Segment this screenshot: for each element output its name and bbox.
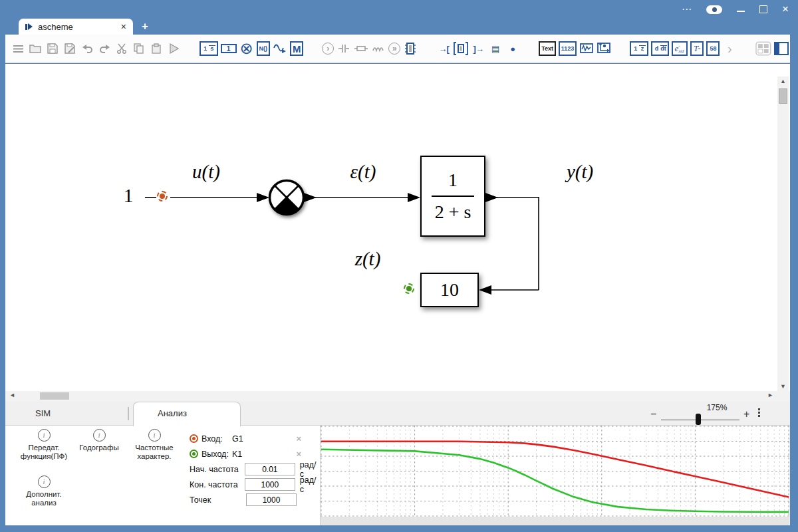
scheme-canvas[interactable]: 1 u(t) ε(t) y(t) z(t) 1 2 + s 10 — [5, 64, 790, 391]
digital-display-icon[interactable]: 1123 — [559, 41, 577, 56]
discrete-integrator-icon[interactable]: 1z — [630, 41, 648, 56]
xy-plotter-icon[interactable] — [597, 40, 611, 57]
scroll-up-icon[interactable]: ▲ — [780, 78, 786, 84]
sample-icon[interactable]: 58 — [706, 41, 720, 56]
input-port-icon[interactable]: →[ — [436, 40, 451, 57]
field-input-2[interactable] — [246, 493, 297, 506]
field-input-1[interactable] — [245, 478, 295, 491]
tab-label: ascheme — [38, 22, 73, 32]
elem-inductor-icon[interactable] — [371, 40, 386, 57]
panel-menu-icon[interactable] — [758, 408, 760, 417]
elem-machine-icon[interactable]: » — [388, 43, 400, 55]
signal-label-eps: ε(t) — [333, 161, 393, 183]
zoom-slider-thumb[interactable] — [696, 414, 701, 425]
main-menu-icon[interactable] — [11, 40, 25, 57]
tab-sim[interactable]: SIM — [5, 402, 126, 426]
gain-block[interactable]: 10 — [420, 273, 479, 307]
input-probe-row: Вход: G1 × — [190, 431, 320, 446]
tile-windows-icon[interactable] — [755, 40, 771, 57]
diagram-wires — [5, 64, 790, 391]
scope-icon[interactable] — [579, 40, 594, 57]
output-probe-value: K1 — [232, 450, 242, 459]
titlebar-more-icon[interactable]: ⋯ — [682, 0, 692, 19]
transfer-function-block[interactable]: 1 2 + s — [420, 156, 485, 237]
block-nonlinear-icon[interactable]: N() — [257, 41, 270, 56]
scroll-down-icon[interactable]: ▼ — [780, 383, 786, 390]
hscroll-thumb[interactable] — [40, 392, 69, 400]
redo-icon[interactable] — [97, 40, 112, 57]
info-icon: i — [93, 429, 106, 442]
submodel-icon[interactable] — [454, 40, 468, 57]
horizontal-scrollbar[interactable]: ◄ ► — [5, 391, 790, 402]
zoom-out-button[interactable]: − — [650, 408, 656, 420]
analysis-commands-pane: iПередат. функция(ПФ)iГодографыiЧастотны… — [5, 426, 320, 525]
elem-resistor-icon[interactable] — [354, 40, 368, 57]
toolbar-overflow-icon[interactable]: › — [722, 40, 737, 57]
field-unit: рад/с — [300, 475, 320, 494]
tab-separator — [128, 407, 129, 420]
output-probe-dot-icon — [190, 450, 198, 458]
block-chip-icon[interactable] — [403, 40, 418, 57]
analysis-button-label: Дополнит. анализ — [12, 490, 76, 507]
undo-icon[interactable] — [80, 40, 94, 57]
summator-block[interactable] — [270, 181, 304, 215]
run-icon[interactable] — [166, 40, 181, 57]
tab-analysis[interactable]: Анализ — [133, 402, 241, 426]
copy-icon[interactable] — [132, 40, 146, 57]
analysis-button-label: Частотные характер. — [125, 444, 184, 461]
tab-ascheme[interactable]: ascheme × — [19, 19, 133, 35]
tab-bar: ascheme × + — [0, 19, 798, 35]
delay-icon[interactable]: e-std — [672, 41, 688, 56]
scroll-right-icon[interactable]: ► — [767, 392, 773, 398]
text-label-icon[interactable]: Text — [539, 41, 556, 56]
block-integrator-icon[interactable]: 1s — [200, 41, 218, 56]
node-dot-icon[interactable]: ● — [505, 40, 520, 57]
info-icon: i — [38, 475, 51, 488]
zoom-control: − 175% + — [650, 403, 783, 426]
paste-icon[interactable] — [149, 40, 164, 57]
analysis-button-0[interactable]: iПередат. функция(ПФ) — [12, 428, 76, 461]
maximize-button[interactable] — [759, 5, 767, 13]
toggle-panel-icon[interactable] — [774, 40, 789, 57]
analysis-form: Вход: G1 × Выход: K1 × Нач. частотарад/с… — [190, 431, 320, 507]
frequency-plot — [320, 426, 789, 525]
analysis-button-1[interactable]: iГодографы — [73, 428, 125, 452]
block-macro-icon[interactable]: M — [290, 41, 303, 56]
remove-output-probe-icon[interactable]: × — [296, 449, 301, 459]
derivative-icon[interactable]: ddt — [651, 41, 670, 56]
signal-label-y: y(t) — [550, 161, 610, 183]
save-as-icon[interactable] — [63, 40, 77, 57]
info-icon: i — [148, 429, 161, 442]
vscroll-thumb[interactable] — [779, 88, 787, 104]
block-signal-icon[interactable] — [273, 40, 287, 57]
close-button[interactable]: × — [782, 1, 789, 18]
elem-source-icon[interactable]: › — [322, 43, 334, 55]
open-icon[interactable] — [28, 40, 43, 57]
vertical-scrollbar[interactable]: ▲ ▼ — [777, 76, 789, 391]
bottom-panel: SIM Анализ − 175% + iПередат. функция(ПФ… — [5, 402, 790, 525]
cut-icon[interactable] — [114, 40, 129, 57]
props-panel-icon[interactable]: ▤ — [488, 40, 503, 57]
signal-label-z: z(t) — [338, 248, 398, 270]
analysis-button-3[interactable]: iДополнит. анализ — [12, 475, 76, 507]
tab-close-icon[interactable]: × — [121, 21, 126, 32]
scroll-left-icon[interactable]: ◄ — [9, 392, 15, 398]
tf-denominator: 2 + s — [435, 201, 471, 223]
remove-input-probe-icon[interactable]: × — [296, 434, 301, 444]
titlebar-toggle-icon[interactable] — [706, 5, 722, 14]
block-gain-icon[interactable]: 1 — [221, 44, 237, 53]
block-summator-icon[interactable]: ⊗ — [239, 40, 254, 57]
output-port-icon[interactable]: ]→ — [471, 40, 485, 57]
field-input-0[interactable] — [245, 463, 295, 475]
input-probe-icon[interactable] — [157, 191, 168, 201]
output-probe-icon[interactable] — [404, 283, 414, 294]
new-tab-button[interactable]: + — [142, 19, 148, 35]
save-icon[interactable] — [45, 40, 60, 57]
elem-capacitor-icon[interactable] — [336, 40, 351, 57]
transform-icon[interactable]: T- — [690, 41, 704, 56]
minimize-button[interactable] — [737, 11, 745, 12]
constant-source[interactable]: 1 — [112, 184, 145, 207]
analysis-button-2[interactable]: iЧастотные характер. — [125, 428, 184, 461]
zoom-in-button[interactable]: + — [743, 408, 749, 420]
zoom-value: 175% — [687, 403, 747, 412]
